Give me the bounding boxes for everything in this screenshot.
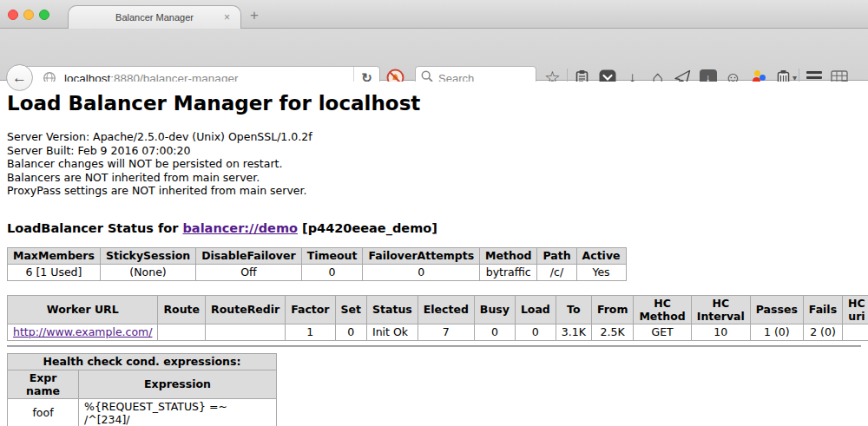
worker-url-link[interactable]: http://www.example.com/ — [13, 325, 152, 338]
cell-active: Yes — [576, 264, 626, 280]
col-method: Method — [480, 247, 537, 264]
proxypass-notice-line: ProxyPass settings are NOT inherited fro… — [7, 184, 861, 198]
cell-hc-method: GET — [634, 324, 691, 340]
col-failoverattempts: FailoverAttempts — [363, 247, 480, 264]
balancer-demo-link[interactable]: balancer://demo — [182, 221, 298, 235]
status-heading-suffix: [p4420eeae_demo] — [298, 221, 437, 235]
col-busy: Busy — [474, 295, 515, 324]
back-arrow-icon: ← — [12, 69, 27, 87]
browser-chrome: Balancer Manager × + ← localhost:8880/ba… — [0, 0, 868, 81]
section-divider — [7, 345, 861, 347]
table-header-row: MaxMembers StickySession DisableFailover… — [8, 247, 627, 264]
cell-routeredir — [206, 324, 286, 340]
balancer-manager-page: Load Balancer Manager for localhost Serv… — [0, 82, 868, 426]
worker-table: Worker URL Route RouteRedir Factor Set S… — [7, 295, 868, 341]
col-disablefailover: DisableFailover — [196, 247, 301, 264]
health-check-table: Health check cond. expressions: Expr nam… — [7, 353, 277, 426]
cell-path: /c/ — [537, 264, 576, 280]
col-set: Set — [335, 295, 366, 324]
health-table-title: Health check cond. expressions: — [8, 353, 277, 370]
window-close-button[interactable] — [8, 10, 18, 20]
window-minimize-button[interactable] — [23, 10, 34, 20]
tab-balancer-manager[interactable]: Balancer Manager × — [68, 5, 241, 29]
cell-route — [158, 324, 206, 340]
cell-busy: 0 — [474, 324, 515, 340]
cell-from: 2.5K — [591, 324, 634, 340]
titlebar: Balancer Manager × + — [0, 0, 868, 29]
window-zoom-button[interactable] — [39, 10, 49, 20]
cell-to: 3.1K — [556, 324, 591, 340]
cell-expr-name: foof — [8, 398, 79, 426]
table-header-row: Expr name Expression — [8, 370, 277, 398]
cell-load: 0 — [515, 324, 556, 340]
cell-maxmembers: 6 [1 Used] — [8, 264, 101, 280]
cell-passes: 1 (0) — [750, 324, 803, 340]
worker-row: http://www.example.com/ 1 0 Init Ok 7 0 … — [8, 324, 868, 340]
table-header-row: Worker URL Route RouteRedir Factor Set S… — [8, 295, 868, 324]
col-load: Load — [515, 295, 556, 324]
status-heading-prefix: LoadBalancer Status for — [7, 221, 182, 235]
loadbalancer-status-heading: LoadBalancer Status for balancer://demo … — [7, 221, 861, 235]
cell-expression: %{REQUEST_STATUS} =~ /^[234]/ — [79, 398, 277, 426]
col-hc-method: HC Method — [634, 295, 691, 324]
col-to: To — [556, 295, 591, 324]
server-info: Server Version: Apache/2.5.0-dev (Unix) … — [7, 130, 861, 198]
inherit-notice-line: Balancers are NOT inherited from main se… — [7, 171, 861, 185]
navigation-toolbar: ← localhost:8880/balancer-manager ↻ — [0, 29, 868, 81]
col-routeredir: RouteRedir — [206, 295, 286, 324]
cell-worker-url: http://www.example.com/ — [8, 324, 158, 340]
col-hc-interval: HC Interval — [691, 295, 750, 324]
cell-stickysession: (None) — [100, 264, 195, 280]
col-from: From — [591, 295, 634, 324]
col-status: Status — [367, 295, 418, 324]
col-factor: Factor — [286, 295, 335, 324]
col-worker-url: Worker URL — [8, 295, 158, 324]
col-expression: Expression — [79, 370, 277, 398]
health-expr-row: foof %{REQUEST_STATUS} =~ /^[234]/ — [8, 398, 277, 426]
tab-title: Balancer Manager — [115, 12, 194, 23]
tab-close-icon[interactable]: × — [224, 11, 230, 23]
page-title: Load Balancer Manager for localhost — [7, 92, 861, 115]
cell-factor: 1 — [286, 324, 335, 340]
col-active: Active — [576, 247, 626, 264]
balancer-settings-table: MaxMembers StickySession DisableFailover… — [7, 247, 627, 281]
cell-failoverattempts: 0 — [363, 264, 480, 280]
server-built-line: Server Built: Feb 9 2016 07:00:20 — [7, 144, 861, 158]
cell-elected: 7 — [418, 324, 474, 340]
new-tab-button[interactable]: + — [250, 7, 259, 24]
cell-set: 0 — [335, 324, 366, 340]
col-passes: Passes — [750, 295, 803, 324]
cell-fails: 2 (0) — [803, 324, 842, 340]
col-stickysession: StickySession — [100, 247, 195, 264]
col-timeout: Timeout — [301, 247, 363, 264]
col-path: Path — [537, 247, 576, 264]
cell-status: Init Ok — [367, 324, 418, 340]
col-elected: Elected — [418, 295, 474, 324]
cell-method: bytraffic — [480, 264, 537, 280]
col-fails: Fails — [803, 295, 842, 324]
col-hc-uri: HC uri — [843, 295, 868, 324]
col-maxmembers: MaxMembers — [8, 247, 101, 264]
table-title-row: Health check cond. expressions: — [8, 353, 277, 370]
table-row: 6 [1 Used] (None) Off 0 0 bytraffic /c/ … — [8, 264, 627, 280]
cell-disablefailover: Off — [196, 264, 301, 280]
cell-hc-interval: 10 — [691, 324, 750, 340]
persist-notice-line: Balancer changes will NOT be persisted o… — [7, 157, 861, 171]
server-version-line: Server Version: Apache/2.5.0-dev (Unix) … — [7, 130, 861, 144]
back-button[interactable]: ← — [6, 64, 33, 91]
col-route: Route — [158, 295, 206, 324]
cell-timeout: 0 — [301, 264, 363, 280]
col-expr-name: Expr name — [8, 370, 79, 398]
cell-hc-uri — [843, 324, 868, 340]
